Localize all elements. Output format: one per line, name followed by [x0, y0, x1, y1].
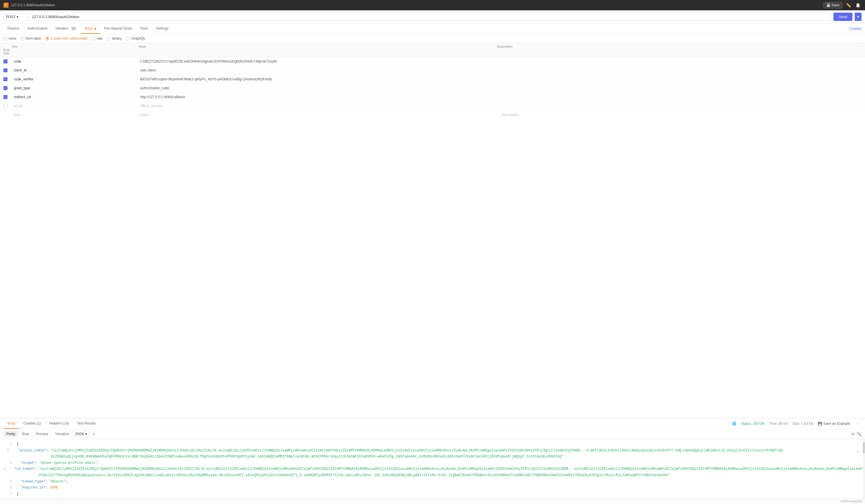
json-line-5: 5 "token_type" : "Bearer" , — [3, 479, 859, 485]
method-label: POST — [6, 15, 15, 19]
url-bar: POST ▾ Send ▾ — [0, 10, 865, 24]
placeholder-value[interactable]: Value — [138, 112, 500, 118]
row-code-verifier-key[interactable]: code_verifier — [12, 76, 138, 82]
save-button[interactable]: 💾 Save — [823, 2, 843, 9]
row-grant-type-checkbox[interactable] — [3, 86, 8, 90]
tab-headers[interactable]: Headers (9) — [51, 24, 81, 34]
radio-urlencoded-dot — [45, 37, 49, 40]
tab-tests[interactable]: Tests — [136, 24, 152, 34]
resp-tab-raw[interactable]: Raw — [19, 431, 32, 437]
radio-binary-dot — [107, 37, 111, 40]
response-tab-test-results[interactable]: Test Results — [73, 419, 100, 429]
response-more-options-icon[interactable]: ··· — [855, 421, 862, 426]
copy-response-icon[interactable]: ⧉ — [852, 432, 854, 436]
resp-tab-visualize[interactable]: Visualize — [52, 431, 72, 437]
row-code-value[interactable]: C1BE27136Z3YzYwpWZXEJwEDHh9xOdghdsUDVFWk… — [138, 58, 500, 65]
description-column-header: Description — [497, 45, 855, 48]
row-code-verifier-value[interactable]: tkEGS7wRzvq6m-9kizwNt4OMak2-qWyPV_40YG-p… — [138, 76, 500, 82]
method-selector[interactable]: POST ▾ — [3, 13, 26, 21]
send-button[interactable]: Send — [833, 13, 852, 21]
form-row-code: code C1BE27136Z3YzYwpWZXEJwEDHh9xOdghdsU… — [0, 57, 865, 66]
row-client-id-value[interactable]: oidc-client — [138, 67, 500, 73]
response-body-tabs: Pretty Raw Preview Visualize JSON ▾ ⊞ ⧉ … — [0, 429, 865, 439]
tab-settings[interactable]: Settings — [152, 24, 173, 34]
radio-raw-dot — [92, 37, 95, 40]
row-redirect-uri-checkbox[interactable] — [3, 95, 8, 99]
json-line-3: 3 "scope" : "phone openid profile email"… — [3, 460, 859, 466]
radio-none[interactable]: none — [3, 36, 16, 40]
radio-form-data[interactable]: form-data — [21, 36, 41, 40]
search-response-icon[interactable]: 🔍 — [857, 432, 862, 436]
request-tabs: Params Authorization Headers (9) Body Pr… — [0, 24, 865, 34]
row-grant-type-key[interactable]: grant_type — [12, 85, 138, 91]
filter-icon[interactable]: ⊞ — [91, 431, 96, 436]
resp-tab-pretty[interactable]: Pretty — [3, 431, 18, 437]
response-status-area: 🌐 Status: 200 OK Time: 89 ms Size: 1.83 … — [732, 421, 862, 426]
copy-icon-button[interactable]: 📋 — [854, 2, 862, 9]
row-grant-type-description[interactable] — [500, 87, 862, 89]
radio-form-data-dot — [21, 37, 25, 40]
radio-raw[interactable]: raw — [92, 36, 102, 40]
json-viewer[interactable]: 1 { 2 "access_token" : "eyJraWQiOiJjMDVj… — [0, 439, 863, 498]
radio-binary[interactable]: binary — [107, 36, 122, 40]
row-code-checkbox[interactable] — [3, 59, 8, 63]
radio-graphql[interactable]: GraphQL — [126, 36, 145, 40]
more-options-icon[interactable]: ··· — [855, 45, 862, 48]
radio-urlencoded[interactable]: x-www-form-urlencoded — [45, 36, 87, 40]
form-table-header: Key Value Description ··· Bulk Edit — [0, 43, 865, 57]
radio-none-dot — [3, 37, 7, 40]
bulk-edit-button[interactable]: Bulk Edit — [3, 48, 12, 55]
window-title: 127.0.0.1:8080/oauth2/token — [11, 3, 55, 7]
row-scoop-description[interactable] — [500, 105, 862, 107]
scrollbar-thumb — [863, 442, 865, 454]
form-row-scoop: scoop offline_access — [0, 102, 865, 110]
value-column-header: Value — [138, 45, 497, 48]
tab-authorization[interactable]: Authorization — [23, 24, 51, 34]
key-column-header: Key — [12, 45, 138, 48]
row-code-verifier-checkbox[interactable] — [3, 77, 8, 81]
row-grant-type-value[interactable]: authorization_code — [138, 85, 500, 91]
response-tab-cookies[interactable]: Cookies (1) — [19, 419, 45, 429]
format-selector[interactable]: JSON ▾ — [73, 431, 89, 437]
row-code-description[interactable] — [500, 60, 862, 62]
response-size: Size: 1.83 KB — [792, 422, 813, 426]
placeholder-key[interactable]: Key — [12, 112, 138, 118]
row-client-id-description[interactable] — [500, 69, 862, 71]
send-dropdown-button[interactable]: ▾ — [855, 13, 862, 21]
cookies-link[interactable]: Cookies — [849, 27, 862, 31]
tab-body[interactable]: Body — [81, 24, 100, 34]
response-time: Time: 89 ms — [769, 422, 788, 426]
json-line-7: 7 } — [3, 491, 859, 497]
row-client-id-checkbox[interactable] — [3, 68, 8, 72]
resp-tab-preview[interactable]: Preview — [33, 431, 51, 437]
response-section: Body Cookies (1) Headers (14) Test Resul… — [0, 418, 865, 498]
row-redirect-uri-description[interactable] — [500, 96, 862, 98]
radio-graphql-dot — [126, 37, 130, 40]
row-redirect-uri-value[interactable]: http://127.0.0.1:8080/callback — [138, 94, 500, 100]
row-redirect-uri-key[interactable]: redirect_uri — [12, 94, 138, 100]
row-code-key[interactable]: code — [12, 58, 138, 65]
row-scoop-value[interactable]: offline_access — [138, 103, 500, 109]
row-client-id-key[interactable]: client_id — [12, 67, 138, 73]
tab-prerequest[interactable]: Pre-request Script — [100, 24, 136, 34]
edit-icon-button[interactable]: ✏️ — [845, 2, 852, 9]
form-row-client-id: client_id oidc-client — [0, 66, 865, 75]
row-scoop-key[interactable]: scoop — [12, 103, 138, 109]
json-line-2: 2 "access_token" : "eyJraWQiOiJjMDVjZi0Z… — [3, 448, 859, 460]
url-input[interactable] — [29, 13, 831, 21]
title-bar: P 127.0.0.1:8080/oauth2/token 💾 Save ✏️ … — [0, 0, 865, 10]
response-tab-headers[interactable]: Headers (14) — [45, 419, 73, 429]
response-scrollbar[interactable] — [863, 439, 865, 498]
empty-request-body — [0, 119, 865, 418]
title-bar-right: 💾 Save ✏️ 📋 — [823, 2, 862, 9]
row-scoop-checkbox[interactable] — [3, 104, 8, 108]
tab-params[interactable]: Params — [3, 24, 23, 34]
response-tab-body[interactable]: Body — [3, 419, 19, 429]
form-row-redirect-uri: redirect_uri http://127.0.0.1:8080/callb… — [0, 93, 865, 102]
save-example-icon: 💾 — [818, 422, 822, 426]
row-code-verifier-description[interactable] — [500, 78, 862, 80]
save-as-example-button[interactable]: 💾 Save as Example — [818, 422, 850, 426]
json-line-1: 1 { — [3, 442, 859, 448]
method-dropdown-icon: ▾ — [17, 15, 19, 19]
json-line-4: 4 "id_token" : "eyJraWQiOiJjMDVjZi0ZS1kZ… — [3, 466, 859, 479]
